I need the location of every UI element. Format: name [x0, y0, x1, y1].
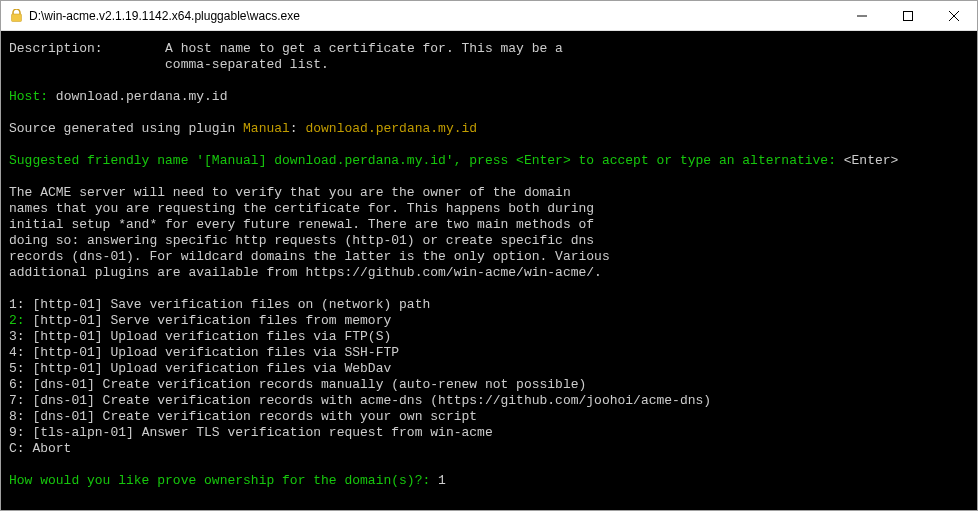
menu-option-8: 8: [dns-01] Create verification records … [9, 409, 969, 425]
menu-option-1: 1: [http-01] Save verification files on … [9, 297, 969, 313]
menu-option-3: 3: [http-01] Upload verification files v… [9, 329, 969, 345]
friendly-name-input: <Enter> [844, 153, 899, 168]
minimize-button[interactable] [839, 1, 885, 30]
info-text: The ACME server will need to verify that… [9, 185, 969, 201]
description-label: Description: [9, 41, 103, 56]
menu-option-4: 4: [http-01] Upload verification files v… [9, 345, 969, 361]
svg-rect-2 [904, 11, 913, 20]
source-value: download.perdana.my.id [305, 121, 477, 136]
menu-option-2: 2: [http-01] Serve verification files fr… [9, 313, 969, 329]
lock-icon [9, 9, 23, 23]
plugin-name: Manual [243, 121, 290, 136]
close-button[interactable] [931, 1, 977, 30]
description-line2: comma-separated list. [9, 57, 969, 73]
terminal[interactable]: Description: A host name to get a certif… [1, 31, 977, 510]
menu-option-6: 6: [dns-01] Create verification records … [9, 377, 969, 393]
titlebar: D:\win-acme.v2.1.19.1142.x64.pluggable\w… [1, 1, 977, 31]
menu-option-c: C: Abort [9, 441, 969, 457]
menu-option-5: 5: [http-01] Upload verification files v… [9, 361, 969, 377]
menu-option-9: 9: [tls-alpn-01] Answer TLS verification… [9, 425, 969, 441]
description-line: Description: A host name to get a certif… [9, 41, 969, 57]
source-line: Source generated using plugin Manual: do… [9, 121, 969, 137]
svg-rect-0 [11, 14, 21, 22]
host-input: download.perdana.my.id [56, 89, 228, 104]
host-line: Host: download.perdana.my.id [9, 89, 969, 105]
menu-option-7: 7: [dns-01] Create verification records … [9, 393, 969, 409]
prompt-line: How would you like prove ownership for t… [9, 473, 969, 489]
prompt-text: How would you like prove ownership for t… [9, 473, 438, 488]
host-label: Host: [9, 89, 48, 104]
window-title: D:\win-acme.v2.1.19.1142.x64.pluggable\w… [29, 9, 839, 23]
friendly-name-line: Suggested friendly name '[Manual] downlo… [9, 153, 969, 169]
window-controls [839, 1, 977, 30]
prompt-input: 1 [438, 473, 446, 488]
maximize-button[interactable] [885, 1, 931, 30]
